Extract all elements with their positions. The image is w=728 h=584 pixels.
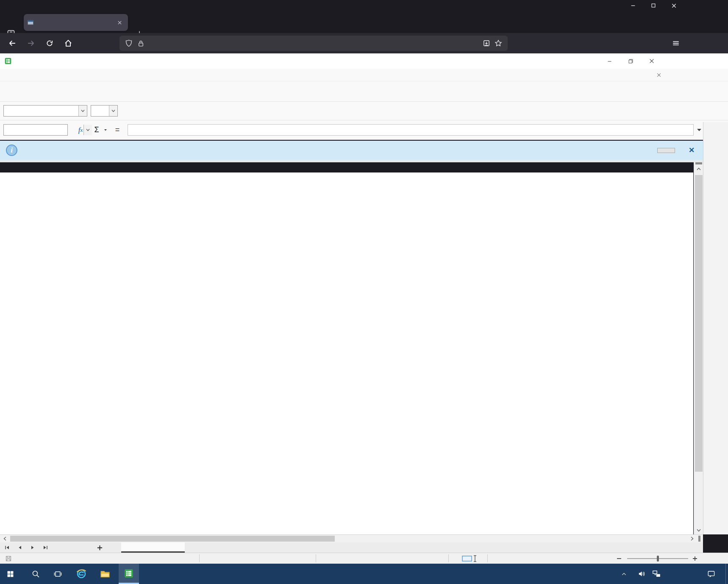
- calc-menubar: [0, 69, 728, 81]
- sheet-tab-bar: [0, 542, 703, 553]
- sheet-grid: [0, 172, 693, 534]
- internet-explorer-icon[interactable]: [71, 564, 92, 584]
- info-icon: i: [6, 145, 17, 156]
- tray-chevron-icon[interactable]: [618, 564, 630, 584]
- back-button[interactable]: [5, 36, 19, 50]
- app-menu-icon[interactable]: [669, 36, 683, 50]
- vertical-scroll-thumb[interactable]: [695, 175, 703, 472]
- show-desktop-button[interactable]: [725, 564, 728, 584]
- start-button[interactable]: [0, 564, 20, 584]
- scroll-up-icon[interactable]: [694, 165, 703, 172]
- calc-close-button[interactable]: [641, 54, 662, 68]
- next-sheet-icon[interactable]: [26, 543, 39, 552]
- sheet-tab-tabelle1[interactable]: [121, 542, 185, 553]
- infobar-close-icon[interactable]: ✕: [686, 145, 697, 156]
- tab-close-icon[interactable]: [114, 17, 125, 28]
- font-size-combo[interactable]: [91, 105, 118, 117]
- volume-icon[interactable]: [635, 564, 648, 584]
- zoom-slider[interactable]: [626, 553, 689, 564]
- formatting-toolbar: [0, 102, 728, 120]
- vertical-split-handle[interactable]: [695, 162, 702, 164]
- url-bar[interactable]: [119, 36, 508, 51]
- horizontal-scrollbar[interactable]: [0, 534, 703, 542]
- sidebar: [703, 122, 728, 534]
- save-status-icon: [5, 553, 12, 564]
- home-button[interactable]: [61, 36, 75, 50]
- tab-favicon-rdp-icon: [27, 19, 34, 26]
- taskbar-calc-button[interactable]: [119, 564, 139, 584]
- scroll-left-icon[interactable]: [1, 535, 8, 542]
- reload-button[interactable]: [42, 36, 57, 50]
- task-view-icon[interactable]: [47, 564, 68, 584]
- calc-window-controls: [599, 54, 662, 68]
- last-sheet-icon[interactable]: [39, 543, 52, 552]
- mitmachen-button[interactable]: [657, 148, 675, 153]
- cell-reference-input[interactable]: [4, 127, 83, 133]
- font-name-combo[interactable]: [3, 105, 87, 117]
- browser-close-button[interactable]: [664, 0, 684, 11]
- scroll-down-icon[interactable]: [694, 526, 703, 534]
- browser-menubar: [0, 0, 728, 11]
- save-page-icon[interactable]: [481, 37, 492, 49]
- horizontal-scroll-thumb[interactable]: [10, 536, 335, 542]
- browser-minimize-button[interactable]: [623, 0, 643, 11]
- font-name-dropdown-icon[interactable]: [78, 106, 87, 116]
- donate-infobar: i ✕: [0, 141, 703, 160]
- sheet-gap: [0, 160, 703, 162]
- font-size-dropdown-icon[interactable]: [109, 106, 117, 116]
- statusbar: [0, 553, 728, 564]
- taskbar-search-icon[interactable]: [25, 564, 46, 584]
- taskbar-clock[interactable]: [664, 564, 699, 584]
- browser-tab[interactable]: [24, 14, 128, 31]
- previous-sheet-icon[interactable]: [14, 543, 26, 552]
- lock-icon[interactable]: [135, 37, 147, 49]
- first-sheet-icon[interactable]: [1, 543, 14, 552]
- selection-mode-icon[interactable]: [462, 553, 480, 564]
- zoom-out-icon[interactable]: [617, 553, 622, 564]
- action-center-icon[interactable]: [703, 564, 720, 584]
- function-wizard-icon[interactable]: fx: [74, 122, 87, 138]
- file-explorer-icon[interactable]: [95, 564, 115, 584]
- scroll-right-icon[interactable]: [688, 535, 696, 542]
- sum-dropdown-icon[interactable]: [104, 129, 107, 131]
- equals-icon[interactable]: =: [111, 122, 124, 138]
- browser-tabbar: [0, 11, 728, 33]
- zoom-in-icon[interactable]: [692, 553, 697, 564]
- vertical-scrollbar[interactable]: [694, 162, 703, 534]
- formula-bar: fx Σ =: [0, 120, 728, 140]
- document-close-icon[interactable]: [654, 70, 664, 80]
- standard-toolbar: [0, 81, 728, 102]
- network-icon[interactable]: [649, 564, 664, 584]
- formula-input[interactable]: [128, 124, 694, 136]
- name-box[interactable]: [3, 124, 68, 136]
- horizontal-split-handle[interactable]: [698, 536, 700, 542]
- sum-icon[interactable]: Σ: [90, 122, 103, 138]
- calc-restore-button[interactable]: [620, 54, 641, 68]
- shield-icon[interactable]: [123, 37, 135, 49]
- forward-button[interactable]: [24, 36, 38, 50]
- calc-minimize-button[interactable]: [599, 54, 620, 68]
- windows-taskbar: [0, 564, 728, 584]
- calc-app-icon: [4, 57, 12, 65]
- browser-window-controls: [623, 0, 684, 11]
- add-sheet-icon[interactable]: [92, 543, 107, 552]
- browser-maximize-button[interactable]: [643, 0, 664, 11]
- bookmark-star-icon[interactable]: [492, 37, 504, 49]
